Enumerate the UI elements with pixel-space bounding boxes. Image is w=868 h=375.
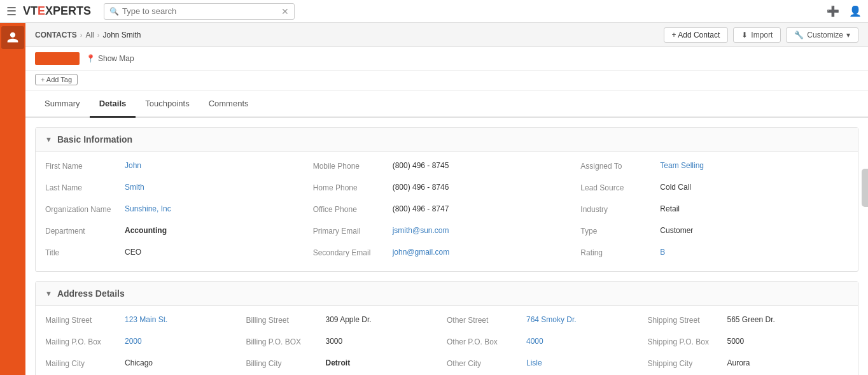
mobile-phone-label: Mobile Phone — [313, 161, 389, 171]
search-clear-icon[interactable]: ✕ — [281, 6, 289, 17]
basic-info-col2: Mobile Phone (800) 496 - 8745 Home Phone… — [313, 161, 581, 262]
field-rating: Rating B — [580, 248, 848, 262]
industry-value: Retail — [660, 204, 680, 213]
basic-info-collapse-icon: ▼ — [45, 136, 52, 143]
first-name-value[interactable]: John — [125, 161, 141, 170]
home-phone-value: (800) 496 - 8746 — [393, 183, 449, 192]
field-type: Type Customer — [580, 226, 848, 240]
import-button[interactable]: ⬇ Import — [733, 27, 781, 43]
scroll-indicator[interactable] — [862, 169, 868, 207]
shipping-street-label: Shipping Street — [648, 315, 724, 325]
basic-info-section: ▼ Basic Information First Name John Last… — [35, 127, 858, 272]
last-name-value[interactable]: Smith — [125, 183, 144, 192]
other-col: Other Street 764 Smoky Dr. Other P.O. Bo… — [447, 315, 648, 375]
other-po-label: Other P.O. Box — [447, 337, 523, 346]
shipping-col: Shipping Street 565 Green Dr. Shipping P… — [648, 315, 849, 375]
hamburger-menu[interactable]: ☰ — [6, 4, 17, 18]
tab-touchpoints[interactable]: Touchpoints — [136, 91, 199, 118]
shipping-street-value: 565 Green Dr. — [727, 315, 775, 324]
search-icon: 🔍 — [109, 7, 119, 16]
basic-info-title: Basic Information — [57, 134, 132, 145]
basic-info-body: First Name John Last Name Smith Organiza… — [36, 152, 858, 271]
other-po-value[interactable]: 4000 — [526, 337, 543, 346]
breadcrumb: CONTACTS › All › John Smith — [35, 31, 141, 39]
org-name-value[interactable]: Sunshine, Inc — [125, 204, 171, 213]
address-details-body: Mailing Street 123 Main St. Mailing P.O.… — [36, 306, 858, 375]
field-office-phone: Office Phone (800) 496 - 8747 — [313, 204, 581, 218]
main-content: CONTACTS › All › John Smith + Add Contac… — [25, 23, 868, 375]
field-lead-source: Lead Source Cold Call — [580, 183, 848, 197]
field-department: Department Accounting — [45, 226, 313, 240]
import-icon: ⬇ — [741, 31, 748, 39]
shipping-po-label: Shipping P.O. Box — [648, 337, 724, 346]
address-grid: Mailing Street 123 Main St. Mailing P.O.… — [45, 315, 848, 375]
assigned-to-label: Assigned To — [580, 161, 657, 171]
show-map-link[interactable]: 📍 Show Map — [86, 54, 134, 63]
tab-summary[interactable]: Summary — [35, 91, 90, 118]
mailing-street-value[interactable]: 123 Main St. — [125, 315, 167, 324]
app-body: CONTACTS › All › John Smith + Add Contac… — [0, 23, 868, 375]
user-nav-icon[interactable]: 👤 — [849, 5, 862, 17]
breadcrumb-chevron1: › — [80, 31, 83, 39]
field-mobile-phone: Mobile Phone (800) 496 - 8745 — [313, 161, 581, 175]
billing-street-value: 309 Apple Dr. — [326, 315, 372, 324]
breadcrumb-bar: CONTACTS › All › John Smith + Add Contac… — [25, 23, 868, 47]
field-mailing-street: Mailing Street 123 Main St. — [45, 315, 246, 329]
mobile-phone-value: (800) 496 - 8745 — [393, 161, 449, 170]
address-collapse-icon: ▼ — [45, 290, 52, 297]
rating-label: Rating — [580, 248, 657, 257]
top-nav: ☰ VTEXPERTS 🔍 ✕ ➕ 👤 — [0, 0, 868, 23]
billing-col: Billing Street 309 Apple Dr. Billing P.O… — [246, 315, 447, 375]
billing-po-label: Billing P.O. BOX — [246, 337, 323, 346]
search-bar[interactable]: 🔍 ✕ — [104, 3, 295, 20]
logo-perts: XPERTS — [45, 4, 91, 18]
field-shipping-po-box: Shipping P.O. Box 5000 — [648, 337, 849, 351]
sidebar — [0, 23, 25, 375]
address-details-header[interactable]: ▼ Address Details — [36, 282, 858, 306]
department-label: Department — [45, 226, 122, 236]
add-tag-bar: + Add Tag — [25, 71, 868, 91]
primary-email-label: Primary Email — [313, 226, 389, 236]
field-mailing-city: Mailing City Chicago — [45, 358, 246, 372]
mailing-po-label: Mailing P.O. Box — [45, 337, 122, 346]
field-shipping-city: Shipping City Aurora — [648, 358, 849, 372]
tab-comments[interactable]: Comments — [199, 91, 258, 118]
other-city-value[interactable]: Lisle — [526, 358, 542, 367]
add-contact-button[interactable]: + Add Contact — [664, 27, 729, 43]
tab-details[interactable]: Details — [90, 91, 136, 118]
basic-info-grid: First Name John Last Name Smith Organiza… — [45, 161, 848, 262]
search-input[interactable] — [122, 6, 281, 16]
billing-street-label: Billing Street — [246, 315, 323, 325]
customize-button[interactable]: 🔧 Customize ▾ — [786, 27, 858, 43]
department-value: Accounting — [125, 226, 167, 235]
field-secondary-email: Secondary Email john@gmail.com — [313, 248, 581, 262]
field-primary-email: Primary Email jsmith@sun.com — [313, 226, 581, 240]
secondary-email-label: Secondary Email — [313, 248, 389, 257]
office-phone-value: (800) 496 - 8747 — [393, 204, 449, 213]
billing-po-value: 3000 — [326, 337, 343, 346]
field-other-city: Other City Lisle — [447, 358, 648, 372]
other-street-label: Other Street — [447, 315, 523, 325]
primary-email-value[interactable]: jsmith@sun.com — [393, 226, 449, 235]
rating-value[interactable]: B — [660, 248, 665, 257]
add-nav-icon[interactable]: ➕ — [827, 5, 839, 17]
add-tag-button[interactable]: + Add Tag — [35, 74, 78, 85]
other-street-value[interactable]: 764 Smoky Dr. — [526, 315, 577, 324]
assigned-to-value[interactable]: Team Selling — [660, 161, 704, 170]
sidebar-contacts-icon[interactable] — [1, 26, 24, 49]
breadcrumb-all[interactable]: All — [85, 31, 94, 39]
basic-info-header[interactable]: ▼ Basic Information — [36, 128, 858, 152]
tabs: Summary Details Touchpoints Comments — [25, 91, 868, 118]
title-label: Title — [45, 248, 122, 257]
title-value: CEO — [125, 248, 141, 257]
lead-source-label: Lead Source — [580, 183, 657, 192]
field-industry: Industry Retail — [580, 204, 848, 218]
field-last-name: Last Name Smith — [45, 183, 313, 197]
field-billing-street: Billing Street 309 Apple Dr. — [246, 315, 447, 329]
logo-vt: VT — [23, 4, 38, 18]
breadcrumb-chevron2: › — [97, 31, 100, 39]
wrench-icon: 🔧 — [794, 31, 804, 39]
secondary-email-value[interactable]: john@gmail.com — [393, 248, 450, 257]
mailing-po-value[interactable]: 2000 — [125, 337, 142, 346]
header-actions: + Add Contact ⬇ Import 🔧 Customize ▾ — [664, 27, 858, 43]
